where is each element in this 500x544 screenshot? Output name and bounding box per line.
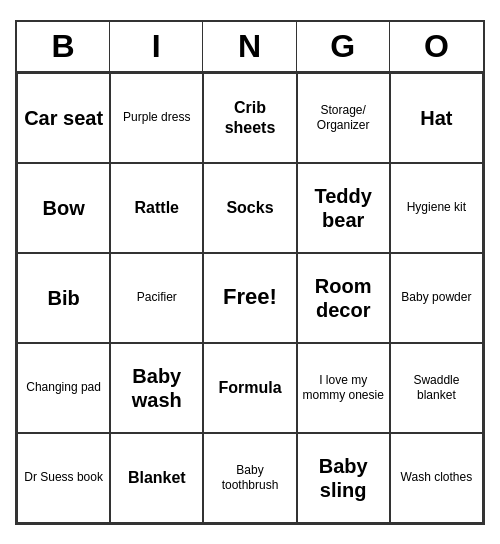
bingo-cell-1: Purple dress <box>110 73 203 163</box>
bingo-cell-5: Bow <box>17 163 110 253</box>
bingo-cell-24: Wash clothes <box>390 433 483 523</box>
bingo-header: BINGO <box>17 22 483 73</box>
bingo-cell-10: Bib <box>17 253 110 343</box>
bingo-cell-23: Baby sling <box>297 433 390 523</box>
bingo-cell-6: Rattle <box>110 163 203 253</box>
header-letter-g: G <box>297 22 390 71</box>
bingo-cell-13: Room decor <box>297 253 390 343</box>
bingo-cell-18: I love my mommy onesie <box>297 343 390 433</box>
bingo-cell-21: Blanket <box>110 433 203 523</box>
bingo-cell-15: Changing pad <box>17 343 110 433</box>
bingo-cell-14: Baby powder <box>390 253 483 343</box>
bingo-cell-8: Teddy bear <box>297 163 390 253</box>
bingo-cell-7: Socks <box>203 163 296 253</box>
bingo-cell-16: Baby wash <box>110 343 203 433</box>
bingo-cell-2: Crib sheets <box>203 73 296 163</box>
bingo-cell-20: Dr Suess book <box>17 433 110 523</box>
header-letter-n: N <box>203 22 296 71</box>
bingo-card: BINGO Car seatPurple dressCrib sheetsSto… <box>15 20 485 525</box>
bingo-cell-19: Swaddle blanket <box>390 343 483 433</box>
header-letter-i: I <box>110 22 203 71</box>
bingo-cell-17: Formula <box>203 343 296 433</box>
bingo-cell-22: Baby toothbrush <box>203 433 296 523</box>
bingo-cell-3: Storage/ Organizer <box>297 73 390 163</box>
bingo-grid: Car seatPurple dressCrib sheetsStorage/ … <box>17 73 483 523</box>
header-letter-b: B <box>17 22 110 71</box>
bingo-cell-11: Pacifier <box>110 253 203 343</box>
bingo-cell-0: Car seat <box>17 73 110 163</box>
bingo-cell-4: Hat <box>390 73 483 163</box>
bingo-cell-9: Hygiene kit <box>390 163 483 253</box>
bingo-cell-12: Free! <box>203 253 296 343</box>
header-letter-o: O <box>390 22 483 71</box>
